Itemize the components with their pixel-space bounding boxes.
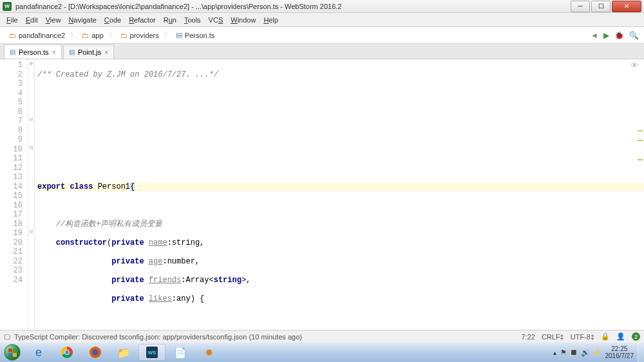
back-icon[interactable]: ◄ bbox=[591, 31, 598, 40]
type: :string, bbox=[167, 238, 205, 247]
close-icon[interactable]: × bbox=[52, 48, 55, 56]
taskbar-chrome[interactable] bbox=[53, 344, 80, 361]
menu-navigate[interactable]: Navigate bbox=[64, 15, 100, 25]
menu-tools[interactable]: Tools bbox=[180, 15, 205, 25]
kw: private bbox=[111, 238, 144, 247]
crumb-label: providers bbox=[130, 32, 159, 39]
param: name bbox=[149, 238, 167, 247]
file-icon: ▤ bbox=[176, 31, 182, 39]
chevron-right-icon: 〉 bbox=[69, 31, 78, 40]
editor-tabs: ▤ Person.ts × ▤ Point.js × bbox=[0, 44, 644, 59]
line-number-gutter: 123456789101112131415161718192021222324 bbox=[0, 59, 28, 343]
menu-vcs[interactable]: VCS bbox=[205, 15, 227, 25]
caret-position: 7:22 bbox=[521, 333, 535, 341]
status-message: TypeScript Compiler: Discovered tsconfig… bbox=[14, 333, 302, 341]
kw: export bbox=[37, 182, 65, 191]
run-icon[interactable]: ▶ bbox=[603, 31, 609, 40]
crumb-label: app bbox=[91, 32, 103, 39]
param: friends bbox=[149, 276, 181, 285]
folder-icon: 🗀 bbox=[82, 32, 89, 39]
tray-expand-icon[interactable]: ▴ bbox=[553, 349, 556, 356]
taskbar-notepad[interactable]: 📄 bbox=[167, 344, 194, 361]
windows-taskbar: e 📁 WS 📄 ✹ ▴ ⚑ 🔳 🔊 ⚡ 22:25 2016/7/27 bbox=[0, 343, 644, 362]
system-tray: ▴ ⚑ 🔳 🔊 ⚡ 22:25 2016/7/27 bbox=[549, 345, 638, 359]
file-icon: ▤ bbox=[69, 48, 75, 55]
toolbar-right: ◄ ▶ 🐞 🔍 bbox=[591, 31, 639, 40]
time: 22:25 bbox=[605, 345, 634, 352]
type: :any) { bbox=[172, 294, 204, 303]
breadcrumb-providers[interactable]: 🗀providers bbox=[117, 30, 163, 41]
code-area[interactable]: /** Created by Z.JM on 2016/7/27. ...*/ … bbox=[35, 59, 644, 343]
taskbar-explorer[interactable]: 📁 bbox=[110, 344, 137, 361]
maximize-button[interactable] bbox=[591, 1, 611, 12]
kw: private bbox=[111, 257, 144, 266]
minimize-button[interactable] bbox=[571, 1, 590, 12]
kw: class bbox=[70, 182, 93, 191]
breadcrumb-project[interactable]: 🗀pandafinance2 bbox=[5, 30, 69, 41]
kw: constructor bbox=[56, 238, 107, 247]
start-button[interactable] bbox=[0, 343, 24, 362]
type: >, bbox=[242, 276, 251, 285]
app-icon: W bbox=[3, 2, 12, 11]
date: 2016/7/27 bbox=[605, 352, 634, 359]
code-comment: /** Created by Z.JM on 2016/7/27. ...*/ bbox=[37, 70, 218, 79]
show-desktop-button[interactable] bbox=[638, 343, 644, 362]
tool-window-icon[interactable]: ▢ bbox=[4, 332, 10, 341]
chevron-right-icon: 〉 bbox=[108, 31, 117, 40]
crumb-label: Person.ts bbox=[185, 32, 214, 39]
close-icon[interactable]: × bbox=[104, 48, 108, 56]
brace: { bbox=[130, 182, 135, 191]
breadcrumb-file[interactable]: ▤Person.ts bbox=[172, 30, 218, 41]
type: :Array< bbox=[181, 276, 213, 285]
kw: private bbox=[111, 276, 144, 285]
param: likes bbox=[149, 294, 172, 303]
event-badge[interactable]: 2 bbox=[632, 332, 640, 341]
fold-gutter: ⊕⊟⊟⊟ bbox=[28, 59, 35, 343]
breadcrumb-bar: 🗀pandafinance2 〉 🗀app 〉 🗀providers 〉 ▤Pe… bbox=[0, 27, 644, 44]
clock[interactable]: 22:25 2016/7/27 bbox=[605, 345, 634, 359]
menu-file[interactable]: File bbox=[3, 15, 22, 25]
kw: string bbox=[214, 276, 242, 285]
menu-help[interactable]: Help bbox=[260, 15, 282, 25]
window-title: pandafinance2 - [D:\Workspaces\Ionic2\pa… bbox=[15, 3, 569, 10]
taskbar-firefox[interactable] bbox=[82, 344, 109, 361]
file-encoding[interactable]: UTF-8‡ bbox=[571, 333, 594, 341]
code-editor[interactable]: 123456789101112131415161718192021222324 … bbox=[0, 59, 644, 343]
menu-refactor[interactable]: Refactor bbox=[125, 15, 160, 25]
menu-run[interactable]: Run bbox=[160, 15, 180, 25]
flag-icon[interactable]: ⚑ bbox=[560, 348, 567, 357]
status-bar: ▢ TypeScript Compiler: Discovered tsconf… bbox=[0, 330, 644, 343]
tab-label: Point.js bbox=[78, 48, 101, 56]
tray-icons: ⚑ 🔳 🔊 ⚡ bbox=[560, 348, 601, 357]
tab-point-js[interactable]: ▤ Point.js × bbox=[63, 44, 115, 59]
hector-icon[interactable]: 👤 bbox=[616, 332, 625, 341]
taskbar-app[interactable]: ✹ bbox=[195, 344, 222, 361]
menu-view[interactable]: View bbox=[42, 15, 65, 25]
folder-icon: 🗀 bbox=[9, 32, 16, 39]
network-icon[interactable]: 🔳 bbox=[569, 348, 578, 357]
menu-code[interactable]: Code bbox=[100, 15, 125, 25]
menu-bar: File Edit View Navigate Code Refactor Ru… bbox=[0, 13, 644, 27]
class-name: Person1 bbox=[98, 182, 130, 191]
volume-icon[interactable]: 🔊 bbox=[581, 348, 590, 357]
file-icon: ▤ bbox=[10, 48, 15, 55]
tab-label: Person.ts bbox=[19, 48, 48, 56]
breadcrumb-app[interactable]: 🗀app bbox=[78, 30, 107, 41]
taskbar-ie[interactable]: e bbox=[25, 344, 52, 361]
taskbar-webstorm[interactable]: WS bbox=[138, 344, 166, 361]
folder-icon: 🗀 bbox=[120, 32, 128, 39]
chevron-right-icon: 〉 bbox=[163, 31, 172, 40]
lock-icon[interactable]: 🔒 bbox=[601, 332, 610, 341]
debug-icon[interactable]: 🐞 bbox=[614, 31, 624, 40]
line-separator[interactable]: CRLF‡ bbox=[542, 333, 564, 341]
window-controls bbox=[569, 1, 641, 12]
type: :number, bbox=[162, 257, 200, 266]
menu-edit[interactable]: Edit bbox=[22, 15, 42, 25]
search-icon[interactable]: 🔍 bbox=[629, 31, 639, 40]
tab-person-ts[interactable]: ▤ Person.ts × bbox=[4, 44, 62, 59]
crumb-label: pandafinance2 bbox=[19, 32, 65, 39]
battery-icon[interactable]: ⚡ bbox=[592, 348, 601, 357]
title-bar: W pandafinance2 - [D:\Workspaces\Ionic2\… bbox=[0, 0, 644, 13]
menu-window[interactable]: Window bbox=[227, 15, 260, 25]
close-button[interactable] bbox=[612, 1, 641, 12]
